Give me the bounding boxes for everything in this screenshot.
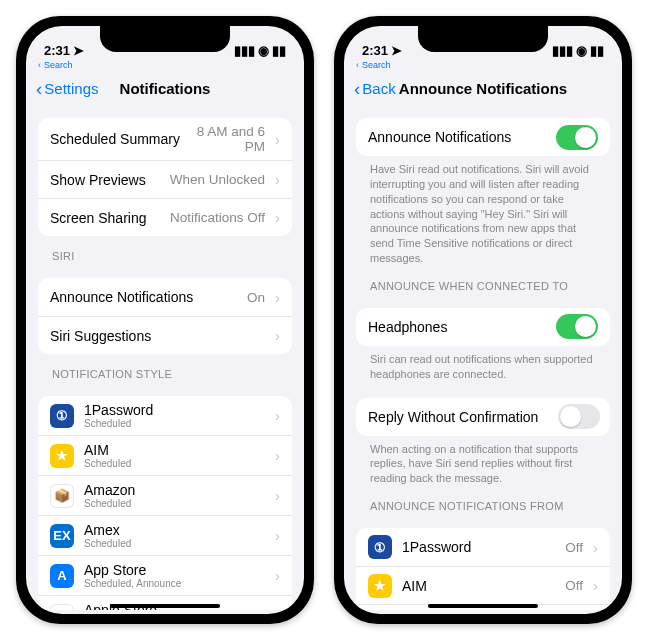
app-sub: Scheduled: [84, 498, 135, 509]
wifi-icon: ◉: [258, 43, 269, 58]
chevron-left-icon: ‹: [38, 60, 41, 70]
chevron-left-icon: ‹: [36, 79, 42, 98]
row-screen sharing[interactable]: Screen Sharing Notifications Off ›: [38, 198, 292, 236]
app-row[interactable]: A App Store Scheduled, Announce ›: [38, 555, 292, 595]
group-summary: Scheduled Summary 8 AM and 6 PM › Show P…: [38, 118, 292, 236]
chevron-right-icon: ›: [275, 607, 280, 610]
home-indicator[interactable]: [110, 604, 220, 608]
location-icon: ➤: [391, 43, 402, 58]
app-name: 1Password: [84, 402, 153, 418]
row-siri suggestions[interactable]: Siri Suggestions ›: [38, 316, 292, 354]
screen-left: 2:31➤ ▮▮▮ ◉ ▮▮ ‹Search ‹Settings Notific…: [26, 26, 304, 614]
group-reply: Reply Without Confirmation: [356, 398, 610, 436]
row-value: Notifications Off: [157, 210, 265, 225]
toggle-headphones[interactable]: [556, 314, 598, 339]
chevron-right-icon: ›: [593, 577, 598, 594]
chevron-right-icon: ›: [275, 289, 280, 306]
breadcrumb[interactable]: ‹Search: [26, 60, 304, 70]
notch: [418, 26, 548, 52]
app-row[interactable]: 📦 Amazon Scheduled ›: [38, 475, 292, 515]
app-icon: 📦: [50, 484, 74, 508]
app-icon: EX: [50, 524, 74, 548]
home-indicator[interactable]: [428, 604, 538, 608]
group-header-siri: SIRI: [38, 236, 292, 266]
app-icon: ◍: [50, 604, 74, 611]
chevron-left-icon: ‹: [354, 79, 360, 98]
app-name: AIM: [84, 442, 131, 458]
battery-icon: ▮▮: [272, 43, 286, 58]
toggle-announce[interactable]: [556, 125, 598, 150]
chevron-right-icon: ›: [275, 447, 280, 464]
app-value: Off: [437, 578, 583, 593]
status-time: 2:31➤: [362, 43, 402, 58]
row-label: Screen Sharing: [50, 210, 147, 226]
group-header-style: NOTIFICATION STYLE: [38, 354, 292, 384]
battery-icon: ▮▮: [590, 43, 604, 58]
chevron-right-icon: ›: [275, 327, 280, 344]
app-row[interactable]: ★ AIM Off ›: [356, 566, 610, 604]
row-label: Siri Suggestions: [50, 328, 151, 344]
row-announce[interactable]: Announce Notifications: [356, 118, 610, 156]
row-reply[interactable]: Reply Without Confirmation: [356, 398, 610, 436]
group-announce: Announce Notifications: [356, 118, 610, 156]
app-sub: Scheduled: [84, 418, 153, 429]
row-headphones[interactable]: Headphones: [356, 308, 610, 346]
app-icon: ★: [50, 444, 74, 468]
footer-headphones: Siri can read out notifications when sup…: [356, 346, 610, 382]
row-value: 8 AM and 6 PM: [190, 124, 265, 154]
signal-icon: ▮▮▮: [552, 43, 573, 58]
group-from-apps: ① 1Password Off › ★ AIM Off › 📦 Amazon O…: [356, 528, 610, 610]
app-row[interactable]: ★ AIM Scheduled ›: [38, 435, 292, 475]
status-icons: ▮▮▮ ◉ ▮▮: [552, 43, 604, 58]
app-name: AIM: [402, 578, 427, 594]
wifi-icon: ◉: [576, 43, 587, 58]
app-icon: A: [50, 564, 74, 588]
back-button[interactable]: ‹Settings: [36, 79, 99, 98]
group-header-from: ANNOUNCE NOTIFICATIONS FROM: [356, 486, 610, 516]
app-icon: ★: [368, 574, 392, 598]
content-left[interactable]: Scheduled Summary 8 AM and 6 PM › Show P…: [26, 106, 304, 610]
back-button[interactable]: ‹Back: [354, 79, 396, 98]
chevron-right-icon: ›: [275, 527, 280, 544]
location-icon: ➤: [73, 43, 84, 58]
toggle-reply[interactable]: [558, 404, 600, 429]
phone-left: 2:31➤ ▮▮▮ ◉ ▮▮ ‹Search ‹Settings Notific…: [16, 16, 314, 624]
chevron-left-icon: ‹: [356, 60, 359, 70]
row-scheduled summary[interactable]: Scheduled Summary 8 AM and 6 PM ›: [38, 118, 292, 160]
app-sub: Scheduled: [84, 538, 131, 549]
footer-announce: Have Siri read out notifications. Siri w…: [356, 156, 610, 266]
footer-reply: When acting on a notification that suppo…: [356, 436, 610, 487]
group-siri: Announce Notifications On › Siri Suggest…: [38, 278, 292, 354]
app-name: Amex: [84, 522, 131, 538]
chevron-right-icon: ›: [593, 539, 598, 556]
app-sub: Scheduled, Announce: [84, 578, 181, 589]
group-apps: ① 1Password Scheduled › ★ AIM Scheduled …: [38, 396, 292, 610]
nav-bar: ‹Settings Notifications: [26, 70, 304, 106]
app-sub: Scheduled: [84, 458, 131, 469]
screen-right: 2:31➤ ▮▮▮ ◉ ▮▮ ‹Search ‹Back Announce No…: [344, 26, 622, 614]
app-row[interactable]: ① 1Password Scheduled ›: [38, 396, 292, 435]
chevron-right-icon: ›: [275, 209, 280, 226]
app-row[interactable]: ① 1Password Off ›: [356, 528, 610, 566]
row-announce notifications[interactable]: Announce Notifications On ›: [38, 278, 292, 316]
app-icon: ①: [368, 535, 392, 559]
breadcrumb[interactable]: ‹Search: [344, 60, 622, 70]
app-name: Amazon: [84, 482, 135, 498]
chevron-right-icon: ›: [275, 171, 280, 188]
group-headphones: Headphones: [356, 308, 610, 346]
nav-bar: ‹Back Announce Notifications: [344, 70, 622, 106]
row-value: On: [203, 290, 265, 305]
row-label: Show Previews: [50, 172, 146, 188]
app-row[interactable]: EX Amex Scheduled ›: [38, 515, 292, 555]
notch: [100, 26, 230, 52]
phone-right: 2:31➤ ▮▮▮ ◉ ▮▮ ‹Search ‹Back Announce No…: [334, 16, 632, 624]
chevron-right-icon: ›: [275, 487, 280, 504]
row-label: Headphones: [368, 319, 447, 335]
row-show previews[interactable]: Show Previews When Unlocked ›: [38, 160, 292, 198]
chevron-right-icon: ›: [275, 407, 280, 424]
row-label: Announce Notifications: [50, 289, 193, 305]
row-label: Scheduled Summary: [50, 131, 180, 147]
content-right[interactable]: Announce Notifications Have Siri read ou…: [344, 106, 622, 610]
app-icon: ①: [50, 404, 74, 428]
row-label: Reply Without Confirmation: [368, 409, 538, 425]
